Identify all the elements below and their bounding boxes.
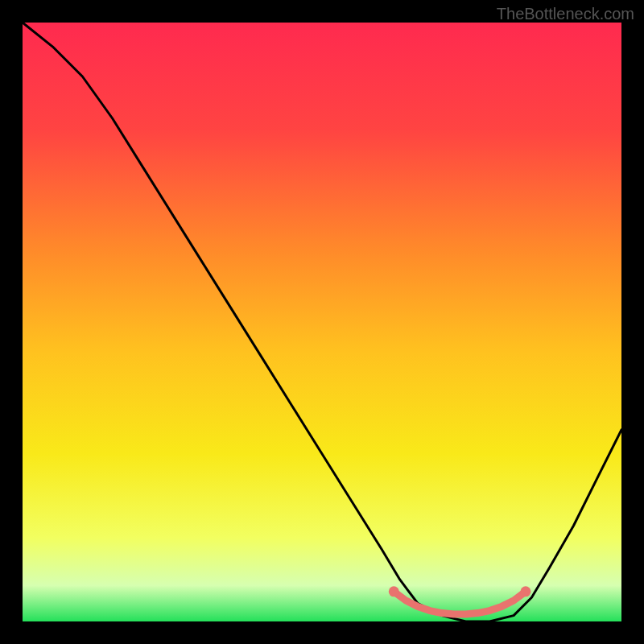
- watermark-text: TheBottleneck.com: [497, 5, 634, 23]
- plot-area: [23, 23, 621, 621]
- optimal-band-marker: [394, 592, 526, 614]
- curve-layer: [23, 23, 621, 621]
- bottleneck-curve: [23, 23, 621, 621]
- marker-dot-right: [520, 586, 530, 597]
- marker-dot-left: [389, 586, 399, 597]
